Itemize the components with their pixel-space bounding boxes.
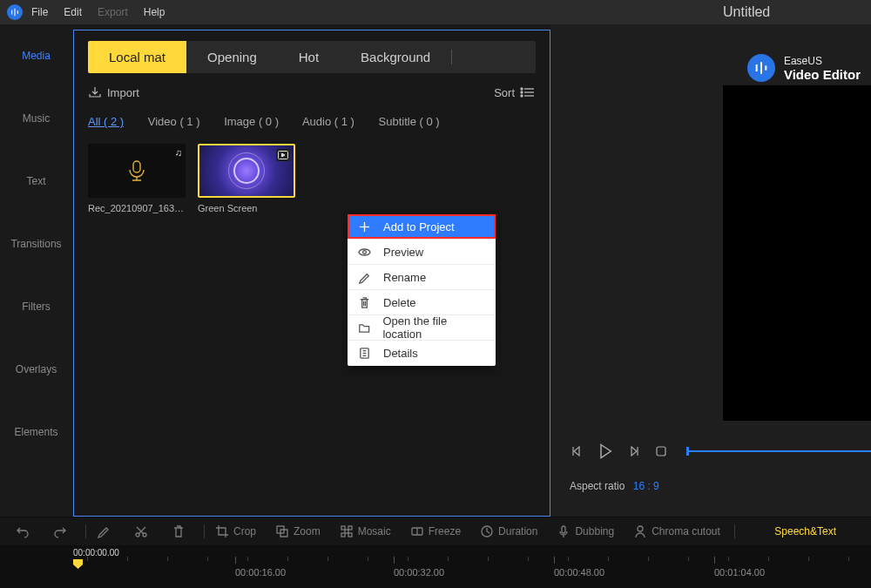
dubbing-button[interactable]: Dubbing [557,524,614,538]
tab-hot[interactable]: Hot [278,41,340,73]
clip-thumb: ♫ [88,144,186,198]
toolbar-label: Freeze [429,525,461,537]
mosaic-icon [340,524,354,538]
eye-icon [358,246,371,259]
redo-button[interactable] [53,524,71,538]
info-icon [358,347,371,360]
toolbar-label: Chroma cutout [652,525,720,537]
video-badge-icon [276,149,290,161]
app-logo-icon [7,4,23,20]
crop-icon [215,524,229,538]
mosaic-button[interactable]: Mosaic [340,524,391,538]
speech-text-button[interactable]: Speech&Text [774,525,836,537]
playhead[interactable]: 00:00:00.00 [73,548,119,569]
svg-point-3 [521,88,523,90]
import-label: Import [107,86,139,99]
menu-file[interactable]: File [31,6,48,18]
menu-edit[interactable]: Edit [64,6,82,18]
sidebar-item-music[interactable]: Music [0,87,72,150]
context-item-label: Preview [383,246,423,259]
tab-background[interactable]: Background [340,41,451,73]
svg-point-5 [521,91,523,93]
filter-subtitle[interactable]: Subtitle ( 0 ) [379,115,440,128]
prev-frame-button[interactable] [568,442,587,461]
sidebar-item-text[interactable]: Text [0,150,72,213]
microphone-icon [124,158,150,184]
stop-button[interactable] [652,442,671,461]
svg-rect-36 [341,533,345,537]
brand-name: EaseUS [784,55,861,67]
media-grid: ♫ Rec_20210907_1635... Green Screen [88,144,536,213]
filter-image[interactable]: Image ( 0 ) [224,115,279,128]
svg-rect-29 [657,447,665,456]
timeline-tick: 00:00:16.00 [235,557,286,578]
svg-rect-41 [562,526,565,533]
timeline-tick: 00:01:04.00 [714,557,765,578]
clip-audio[interactable]: ♫ Rec_20210907_1635... [88,144,186,213]
edit-button[interactable] [97,524,115,538]
timeline[interactable]: 00:00:00.00 00:00:16.00 00:00:32.00 00:0… [0,546,871,588]
audio-badge-icon: ♫ [175,147,182,158]
svg-rect-9 [133,161,140,172]
library-tabs: Local mat Opening Hot Background [88,41,536,73]
sidebar-item-filters[interactable]: Filters [0,275,72,338]
delete-button[interactable] [172,524,190,538]
sidebar-item-elements[interactable]: Elements [0,401,72,463]
clip-thumb [198,144,295,198]
duration-button[interactable]: Duration [480,524,537,538]
context-delete[interactable]: Delete [348,290,496,315]
toolbar-label: Speech&Text [774,525,836,537]
person-icon [633,524,647,538]
menubar: File Edit Export Help Untitled [0,0,871,24]
aspect-value[interactable]: 16 : 9 [633,480,659,492]
import-button[interactable]: Import [88,85,139,99]
edit-toolbar: Crop Zoom Mosaic Freeze Duration Dubbing… [0,517,871,546]
sort-button[interactable]: Sort [494,86,536,99]
aspect-ratio: Aspect ratio 16 : 9 [570,480,659,492]
filter-video[interactable]: Video ( 1 ) [148,115,200,128]
context-item-label: Rename [383,271,426,284]
toolbar-label: Crop [233,525,256,537]
tab-local-material[interactable]: Local mat [88,41,186,73]
svg-marker-26 [601,445,611,458]
clip-video[interactable]: Green Screen [198,144,295,213]
svg-point-7 [521,95,523,97]
sidebar-item-overlays[interactable]: Overlays [0,338,72,401]
context-rename[interactable]: Rename [348,265,496,290]
trash-icon [358,296,371,309]
sidebar-item-transitions[interactable]: Transitions [0,213,72,275]
context-preview[interactable]: Preview [348,240,496,265]
playhead-time: 00:00:00.00 [73,548,119,558]
playhead-marker-icon [73,559,83,569]
play-button[interactable] [596,442,615,461]
cut-button[interactable] [134,524,152,538]
sidebar-item-media[interactable]: Media [0,24,72,87]
clip-name: Rec_20210907_1635... [88,203,186,213]
undo-button[interactable] [16,524,34,538]
next-frame-button[interactable] [624,442,643,461]
freeze-icon [410,524,424,538]
zoom-button[interactable]: Zoom [275,524,321,538]
filter-all[interactable]: All ( 2 ) [88,115,124,128]
chroma-button[interactable]: Chroma cutout [633,524,720,538]
preview-canvas [723,85,871,421]
svg-point-16 [363,250,367,253]
toolbar-label: Duration [498,525,537,537]
context-open-location[interactable]: Open the file location [348,315,496,341]
scissors-icon [134,524,148,538]
menu-export[interactable]: Export [98,6,128,18]
menu-help[interactable]: Help [144,6,165,18]
zoom-icon [275,524,289,538]
timeline-tick: 00:00:48.00 [554,557,604,578]
filter-audio[interactable]: Audio ( 1 ) [302,115,354,128]
folder-icon [358,321,370,335]
svg-marker-13 [282,153,286,157]
context-details[interactable]: Details [348,341,496,366]
context-add-to-project[interactable]: Add to Project [348,214,496,240]
freeze-button[interactable]: Freeze [410,524,461,538]
crop-button[interactable]: Crop [215,524,256,538]
progress-bar[interactable] [686,450,871,452]
svg-point-42 [638,526,643,531]
sort-label: Sort [494,86,515,99]
tab-opening[interactable]: Opening [186,41,278,73]
